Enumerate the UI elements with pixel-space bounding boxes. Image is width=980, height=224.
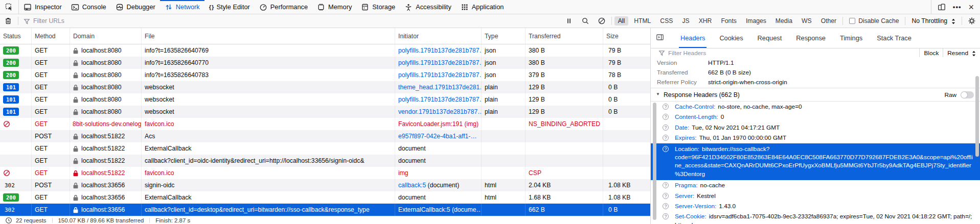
filter-type-xhr[interactable]: XHR xyxy=(695,16,716,26)
status-badge: 200 xyxy=(3,59,19,67)
response-header-row[interactable]: ?Location:bitwarden://sso-callback?code=… xyxy=(651,143,980,181)
details-tab-headers[interactable]: Headers xyxy=(680,28,705,48)
file-cell: websocket xyxy=(145,84,174,91)
summary-value: HTTP/1.1 xyxy=(708,59,734,66)
request-row[interactable]: 302POSTlocalhost:33656signin-oidccallbac… xyxy=(0,179,650,191)
filter-type-fonts[interactable]: Fonts xyxy=(717,16,740,26)
tab-performance[interactable]: Performance xyxy=(255,0,312,14)
response-header-row[interactable]: ?Pragma:no-cache xyxy=(651,180,980,190)
request-blocking-button[interactable] xyxy=(594,17,610,25)
request-row[interactable]: 200GETlocalhost:8080info?t=1635826640783… xyxy=(0,69,650,81)
statusbar-separator xyxy=(52,218,53,223)
request-row[interactable]: POSTlocalhost:51822Acse957f897-042e-4ba1… xyxy=(0,130,650,142)
tab-storage[interactable]: Storage xyxy=(356,0,400,14)
request-row[interactable]: GETlocalhost:51822ExternalCallbackdocume… xyxy=(0,142,650,155)
request-row[interactable]: 101GETlocalhost:8080websocketvendor.1791… xyxy=(0,106,650,118)
tab-debugger[interactable]: Debugger xyxy=(111,0,160,14)
request-row[interactable]: GETlocalhost:51822favicon.icoimgCSP xyxy=(0,167,650,179)
response-header-row[interactable]: ?Server-Version:1.43.0 xyxy=(651,201,980,211)
header-name: Location xyxy=(675,145,698,153)
initiator-link[interactable]: polyfills.1791b137de281b787… xyxy=(398,47,482,54)
network-settings-button[interactable] xyxy=(964,17,980,25)
response-header-row[interactable]: ?Date:Tue, 02 Nov 2021 04:17:21 GMT xyxy=(651,122,980,133)
initiator-link[interactable]: polyfills.1791b137de281b787… xyxy=(398,71,482,79)
tab-console[interactable]: Console xyxy=(66,0,111,14)
initiator-link[interactable]: e957f897-042e-4ba1-aff1-… xyxy=(398,133,477,140)
domain-cell: localhost:51822 xyxy=(81,145,125,152)
request-row[interactable]: GET8bit-solutions-dev.onelogin…favicon.i… xyxy=(0,118,650,130)
disable-cache-checkbox[interactable]: Disable Cache xyxy=(845,17,903,24)
lock-icon xyxy=(73,109,79,115)
column-header-type[interactable]: Type xyxy=(482,28,526,44)
tab-application[interactable]: Application xyxy=(456,0,509,14)
block-button[interactable]: Block xyxy=(919,48,943,57)
tab-inspector[interactable]: Inspector xyxy=(19,0,66,14)
column-header-file[interactable]: File xyxy=(142,28,395,44)
file-cell: websocket xyxy=(145,96,174,103)
request-row[interactable]: 200GETlocalhost:8080info?t=1635826640769… xyxy=(0,44,650,57)
column-header-size[interactable]: Size xyxy=(603,28,650,44)
column-header-method[interactable]: Method xyxy=(32,28,70,44)
initiator-link[interactable]: callback:5 xyxy=(398,182,426,189)
response-header-row[interactable]: ?Expires:Thu, 01 Jan 1970 00:00:00 GMT xyxy=(651,133,980,143)
filter-type-html[interactable]: HTML xyxy=(630,16,654,26)
filter-type-media[interactable]: Media xyxy=(772,16,796,26)
filter-type-ws[interactable]: WS xyxy=(798,16,815,26)
details-tab-response[interactable]: Response xyxy=(796,28,826,48)
header-colon: : xyxy=(716,113,718,120)
tab-memory[interactable]: Memory xyxy=(312,0,356,14)
details-tab-timings[interactable]: Timings xyxy=(840,28,862,48)
response-header-row[interactable]: ?Set-Cookie:idsrv=adf6cba1-7075-402b-9ec… xyxy=(651,211,980,224)
requests-count: 22 requests xyxy=(16,217,47,223)
filter-type-js[interactable]: JS xyxy=(678,16,693,26)
resend-dropdown[interactable]: Resend xyxy=(943,48,980,57)
request-row[interactable]: 101GETlocalhost:8080websocketpolyfills.1… xyxy=(0,93,650,106)
search-button[interactable] xyxy=(577,17,594,25)
tab-style-editor[interactable]: { }Style Editor xyxy=(204,0,255,14)
filter-type-css[interactable]: CSS xyxy=(656,16,676,26)
request-row[interactable]: 200GETlocalhost:33656ExternalCallbackdoc… xyxy=(0,191,650,204)
column-header-initiator[interactable]: Initiator xyxy=(395,28,482,44)
collapse-sidebar-icon[interactable] xyxy=(656,33,664,43)
element-picker-button[interactable] xyxy=(0,0,19,14)
filter-headers-input[interactable]: Filter Headers xyxy=(668,49,706,57)
throttling-dropdown[interactable]: No Throttling xyxy=(907,17,960,24)
details-tab-request[interactable]: Request xyxy=(758,28,782,48)
request-row[interactable]: 200GETlocalhost:8080info?t=1635826640770… xyxy=(0,57,650,69)
filter-type-images[interactable]: Images xyxy=(742,16,770,26)
column-header-transferred[interactable]: Transferred xyxy=(526,28,603,44)
initiator-link[interactable]: vendor.1791b137de281b787… xyxy=(398,108,482,115)
clear-requests-button[interactable] xyxy=(0,17,16,25)
filter-urls-input[interactable]: Filter URLs xyxy=(20,17,561,24)
request-row[interactable]: GETlocalhost:51822callback?client_id=oid… xyxy=(0,155,650,167)
request-row[interactable]: 101GETlocalhost:8080websockettheme_head.… xyxy=(0,81,650,93)
tab-network[interactable]: Network xyxy=(160,0,204,14)
response-header-row[interactable]: ?Server:Kestrel xyxy=(651,191,980,201)
meatball-menu-icon[interactable]: ••• xyxy=(949,3,965,11)
request-row[interactable]: 302GETlocalhost:33656callback?client_id=… xyxy=(0,204,650,216)
header-name: Server xyxy=(675,192,693,200)
header-name: Set-Cookie xyxy=(675,213,704,220)
filter-type-all[interactable]: All xyxy=(614,16,629,26)
initiator-link[interactable]: polyfills.1791b137de281b787… xyxy=(398,96,482,103)
response-headers-section-header[interactable]: ▼ Response Headers (662 B) Raw xyxy=(651,88,980,102)
response-header-row[interactable]: ?Content-Length:0 xyxy=(651,112,980,122)
section-caret-icon: ▼ xyxy=(656,92,660,96)
scrollbar-thumb[interactable] xyxy=(975,76,979,157)
initiator-link[interactable]: polyfills.1791b137de281b787… xyxy=(398,59,482,66)
responsive-design-mode-icon[interactable] xyxy=(934,3,949,11)
pause-recording-button[interactable] xyxy=(561,17,577,25)
initiator-link[interactable]: FaviconLoader.jsm:191 xyxy=(398,120,463,128)
close-devtools-icon[interactable]: × xyxy=(965,3,977,12)
domain-cell: localhost:33656 xyxy=(81,194,125,201)
scrollbar-thumb[interactable] xyxy=(653,103,656,220)
raw-toggle[interactable] xyxy=(961,91,974,98)
response-header-row[interactable]: ?Cache-Control:no-store, no-cache, max-a… xyxy=(651,102,980,112)
column-header-status[interactable]: Status xyxy=(0,28,32,44)
tab-accessibility[interactable]: Accessibility xyxy=(400,0,456,14)
column-header-domain[interactable]: Domain xyxy=(70,28,142,44)
filter-type-other[interactable]: Other xyxy=(817,16,840,26)
details-tab-cookies[interactable]: Cookies xyxy=(719,28,743,48)
details-tab-stack-trace[interactable]: Stack Trace xyxy=(877,28,911,48)
initiator-link[interactable]: theme_head.1791b137de281… xyxy=(398,84,482,91)
